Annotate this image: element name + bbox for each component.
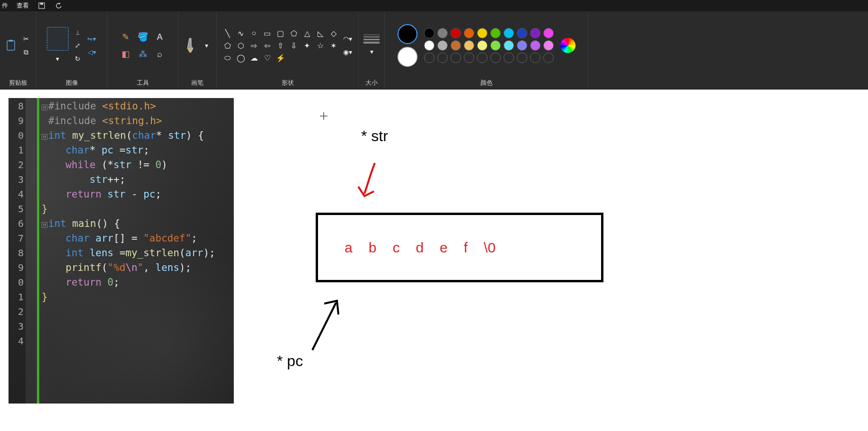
color-swatch-empty[interactable]	[451, 53, 461, 63]
color-swatch-empty[interactable]	[477, 53, 487, 63]
undo-icon[interactable]	[54, 1, 63, 10]
shape-triangle-icon[interactable]: △	[302, 28, 312, 38]
shape-curve-icon[interactable]: ∿	[236, 28, 246, 38]
color-swatch[interactable]	[437, 28, 448, 38]
pasted-code-image[interactable]: 8 9 0 1 2 3 4 5 6 7 8 9 0 1 2 3 4 ⊟#incl…	[9, 98, 234, 404]
cut-icon[interactable]: ✂	[21, 34, 31, 44]
array-char: d	[416, 240, 424, 256]
color-swatch[interactable]	[451, 40, 461, 51]
color-swatch[interactable]	[530, 40, 540, 51]
shape-diamond-icon[interactable]: ◇	[328, 28, 339, 38]
color-swatch-empty[interactable]	[517, 53, 527, 63]
select-tool[interactable]	[47, 27, 69, 51]
color-swatch[interactable]	[464, 28, 474, 38]
brush-tool[interactable]	[183, 35, 197, 56]
shape-arrow-d-icon[interactable]: ⇩	[289, 40, 299, 51]
color-swatch[interactable]	[464, 40, 474, 51]
color-primary[interactable]	[398, 24, 417, 44]
color-picker-icon[interactable]	[560, 38, 576, 53]
group-colors: 颜色	[385, 11, 588, 89]
shape-pentagon-icon[interactable]: ⬠	[222, 40, 233, 51]
eraser-icon[interactable]: ◧	[120, 48, 132, 60]
array-char: c	[392, 240, 399, 256]
colors-label: 颜色	[480, 79, 493, 87]
color-swatches	[424, 28, 554, 63]
color-swatch[interactable]	[451, 28, 461, 38]
color-swatch[interactable]	[517, 28, 527, 38]
paste-icon[interactable]	[5, 39, 17, 52]
shape-arrow-l-icon[interactable]: ⇦	[262, 40, 273, 51]
brush-label: 画笔	[191, 79, 204, 87]
shape-fill-icon[interactable]: ◉▾	[343, 47, 353, 57]
copy-icon[interactable]: ⧉	[21, 47, 31, 57]
shape-line-icon[interactable]: ╲	[222, 28, 233, 38]
shape-rect-icon[interactable]: ▭	[262, 28, 273, 38]
text-icon[interactable]: A	[154, 31, 166, 43]
menubar: 件 查看	[0, 0, 868, 11]
skew-icon[interactable]: ◁▾	[87, 47, 97, 57]
shape-hexagon-icon[interactable]: ⬡	[236, 40, 246, 51]
color-swatch[interactable]	[543, 40, 554, 51]
clipboard-label: 剪贴板	[9, 79, 27, 87]
crosshair-cursor-icon	[320, 112, 328, 120]
crop-icon[interactable]: ⟂	[72, 27, 83, 37]
shape-rtriangle-icon[interactable]: ◺	[315, 28, 326, 38]
color-secondary[interactable]	[398, 47, 417, 67]
color-swatch[interactable]	[437, 40, 448, 51]
color-swatch[interactable]	[424, 28, 434, 38]
color-swatch-empty[interactable]	[424, 53, 434, 63]
color-swatch[interactable]	[504, 28, 514, 38]
fill-icon[interactable]: 🪣	[137, 31, 149, 43]
chevron-down-icon[interactable]: ▾	[53, 54, 63, 64]
size-tool[interactable]	[363, 35, 380, 44]
svg-rect-2	[7, 41, 15, 50]
shape-grid: ╲ ∿ ○ ▭ ▢ ⬠ △ ◺ ◇ ⬠ ⬡ ⇨ ⇦ ⇧ ⇩ ✦ ☆ ✶ ⬭ ◯	[222, 28, 339, 63]
pencil-icon[interactable]: ✎	[120, 31, 132, 43]
resize-icon[interactable]: ⤢	[72, 40, 83, 51]
color-swatch-empty[interactable]	[464, 53, 474, 63]
color-swatch-empty[interactable]	[543, 53, 554, 63]
eyedropper-icon[interactable]: ⁂	[137, 48, 149, 60]
color-swatch-empty[interactable]	[437, 53, 448, 63]
color-swatch[interactable]	[477, 40, 487, 51]
menu-view[interactable]: 查看	[17, 1, 29, 10]
shape-arrow-r-icon[interactable]: ⇨	[249, 40, 259, 51]
rotate-icon[interactable]: ↻	[72, 54, 83, 64]
shape-5star-icon[interactable]: ☆	[315, 40, 326, 51]
shape-outline-icon[interactable]: ◠▾	[343, 34, 353, 44]
array-char: f	[464, 240, 468, 256]
color-swatch-empty[interactable]	[504, 53, 514, 63]
color-swatch[interactable]	[504, 40, 514, 51]
color-swatch-empty[interactable]	[530, 53, 540, 63]
shape-4star-icon[interactable]: ✦	[302, 40, 312, 51]
line-numbers: 8 9 0 1 2 3 4 5 6 7 8 9 0 1 2 3 4	[9, 98, 26, 404]
flip-icon[interactable]: ⇋▾	[87, 34, 97, 44]
canvas[interactable]: 8 9 0 1 2 3 4 5 6 7 8 9 0 1 2 3 4 ⊟#incl…	[0, 90, 868, 431]
color-swatch[interactable]	[477, 28, 487, 38]
menu-file-tail[interactable]: 件	[2, 1, 8, 10]
zoom-icon[interactable]: ⌕	[154, 48, 166, 60]
save-icon[interactable]	[37, 1, 46, 10]
color-swatch[interactable]	[490, 28, 501, 38]
shape-callout-ov-icon[interactable]: ◯	[236, 53, 246, 63]
shape-arrow-u-icon[interactable]: ⇧	[275, 40, 286, 51]
color-swatch[interactable]	[517, 40, 527, 51]
image-label: 图像	[66, 79, 78, 87]
svg-rect-3	[9, 40, 13, 42]
color-swatch-empty[interactable]	[490, 53, 501, 63]
color-swatch[interactable]	[543, 28, 554, 38]
shape-oval-icon[interactable]: ○	[249, 28, 259, 38]
shape-polygon-icon[interactable]: ⬠	[289, 28, 299, 38]
shape-callout-rd-icon[interactable]: ⬭	[222, 53, 233, 63]
brush-dropdown-icon[interactable]: ▾	[201, 40, 212, 51]
size-dropdown-icon[interactable]: ▾	[366, 46, 377, 57]
shape-6star-icon[interactable]: ✶	[328, 40, 339, 51]
color-swatch[interactable]	[490, 40, 501, 51]
group-clipboard: ✂ ⧉ 剪贴板	[0, 11, 36, 89]
shape-roundrect-icon[interactable]: ▢	[275, 28, 286, 38]
shape-heart-icon[interactable]: ♡	[262, 53, 273, 63]
shape-callout-cl-icon[interactable]: ☁	[249, 53, 259, 63]
color-swatch[interactable]	[530, 28, 540, 38]
shape-lightning-icon[interactable]: ⚡	[275, 53, 286, 63]
color-swatch[interactable]	[424, 40, 434, 51]
